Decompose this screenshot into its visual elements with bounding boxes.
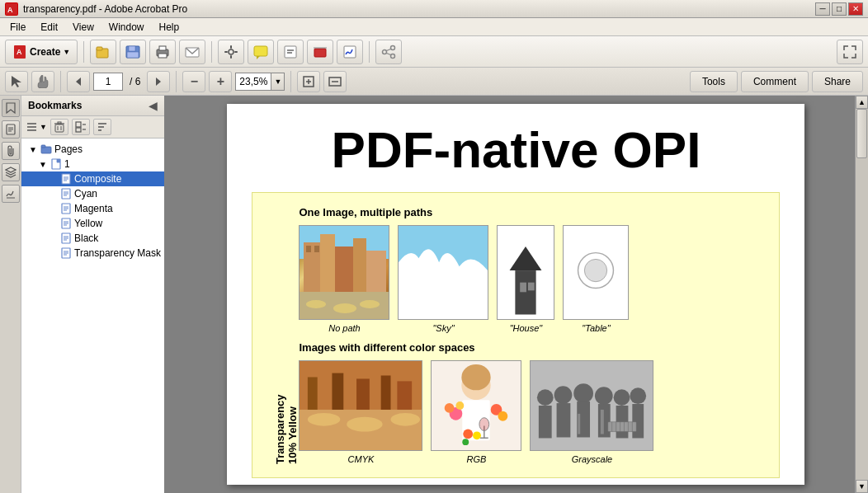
menu-icon bbox=[26, 121, 40, 133]
prev-icon bbox=[73, 77, 83, 87]
svg-rect-10 bbox=[159, 46, 166, 50]
expand-magenta[interactable] bbox=[48, 204, 58, 214]
svg-rect-18 bbox=[254, 46, 267, 56]
share-tool-button[interactable] bbox=[375, 40, 402, 64]
collapse-panel-button[interactable]: ◀ bbox=[149, 99, 158, 112]
cyan-label: Cyan bbox=[74, 188, 97, 200]
bookmarks-icon bbox=[5, 102, 17, 114]
expand-black[interactable] bbox=[48, 233, 58, 243]
yellow-icon bbox=[60, 218, 72, 229]
pdf-viewer[interactable]: PDF-native OPI Transparency 10% Yellow O… bbox=[164, 96, 868, 493]
delete-bookmark-button[interactable] bbox=[50, 119, 68, 135]
zoom-input[interactable] bbox=[235, 73, 271, 91]
maximize-view-button[interactable] bbox=[837, 40, 863, 64]
attachments-tab[interactable] bbox=[2, 142, 20, 160]
grayscale-image bbox=[530, 360, 653, 451]
tree-item-page1[interactable]: ▼ 1 bbox=[21, 157, 164, 171]
tree-item-pages[interactable]: ▼ Pages bbox=[21, 142, 164, 157]
svg-rect-64 bbox=[57, 159, 60, 162]
zoom-out-button[interactable]: − bbox=[182, 71, 205, 92]
email-button[interactable] bbox=[179, 40, 205, 64]
options-dropdown[interactable]: ▼ bbox=[26, 121, 47, 133]
comment-button[interactable]: Comment bbox=[741, 71, 809, 92]
create-button[interactable]: A Create ▼ bbox=[5, 40, 78, 64]
svg-point-100 bbox=[360, 300, 380, 308]
tools-button[interactable]: Tools bbox=[690, 71, 738, 92]
expand-cyan[interactable] bbox=[48, 189, 58, 199]
settings-button[interactable] bbox=[218, 40, 244, 64]
expand-transparency[interactable] bbox=[48, 248, 58, 258]
magenta-icon bbox=[60, 203, 72, 214]
scroll-thumb[interactable] bbox=[856, 109, 867, 158]
black-icon bbox=[60, 232, 72, 244]
toolbar-separator-1 bbox=[83, 41, 84, 63]
select-tool-button[interactable] bbox=[5, 71, 28, 92]
svg-rect-16 bbox=[224, 51, 228, 53]
scroll-up-button[interactable]: ▲ bbox=[856, 96, 868, 109]
menu-window[interactable]: Window bbox=[102, 20, 151, 35]
save-button[interactable] bbox=[120, 40, 146, 64]
svg-rect-96 bbox=[314, 246, 319, 252]
scroll-track bbox=[856, 109, 868, 480]
pages-tab[interactable] bbox=[2, 120, 20, 139]
svg-rect-143 bbox=[578, 414, 581, 434]
vertical-scrollbar[interactable]: ▲ ▼ bbox=[855, 96, 868, 493]
expand-page1[interactable]: ▼ bbox=[38, 159, 48, 169]
collapse-bookmarks-button[interactable] bbox=[93, 119, 111, 135]
menu-view[interactable]: View bbox=[66, 20, 101, 35]
tree-item-composite[interactable]: Composite bbox=[21, 171, 164, 186]
svg-rect-25 bbox=[344, 46, 356, 58]
redact-button[interactable] bbox=[307, 40, 333, 64]
rgb-col: RGB bbox=[431, 360, 521, 464]
markup-icon bbox=[283, 45, 298, 59]
table-col: "Table" bbox=[563, 225, 629, 333]
scroll-down-button[interactable]: ▼ bbox=[856, 480, 868, 493]
prev-page-button[interactable] bbox=[67, 71, 90, 92]
grayscale-col: Grayscale bbox=[530, 360, 653, 464]
expand-pages[interactable]: ▼ bbox=[28, 144, 38, 154]
svg-point-129 bbox=[463, 439, 469, 445]
minimize-button[interactable]: ─ bbox=[815, 2, 830, 16]
expand-yellow[interactable] bbox=[48, 218, 58, 228]
bookmarks-tab[interactable] bbox=[2, 99, 20, 117]
share-button[interactable]: Share bbox=[812, 71, 863, 92]
house-image bbox=[497, 225, 554, 320]
maximize-button[interactable]: □ bbox=[832, 2, 847, 16]
title-bar: A transparency.pdf - Adobe Acrobat Pro ─… bbox=[0, 0, 868, 18]
tree-item-magenta[interactable]: Magenta bbox=[21, 201, 164, 216]
svg-line-30 bbox=[387, 53, 391, 54]
layers-tab[interactable] bbox=[2, 163, 20, 181]
hand-tool-button[interactable] bbox=[31, 71, 54, 92]
composite-label: Composite bbox=[74, 173, 121, 185]
svg-rect-11 bbox=[158, 54, 167, 58]
tree-item-yellow[interactable]: Yellow bbox=[21, 216, 164, 231]
signatures-tab[interactable] bbox=[2, 185, 20, 203]
svg-rect-62 bbox=[41, 145, 45, 148]
markup-button[interactable] bbox=[277, 40, 304, 64]
expand-bookmarks-button[interactable] bbox=[72, 119, 90, 135]
tree-item-cyan[interactable]: Cyan bbox=[21, 186, 164, 201]
close-button[interactable]: ✕ bbox=[848, 2, 863, 16]
menu-edit[interactable]: Edit bbox=[34, 20, 64, 35]
svg-point-126 bbox=[479, 418, 489, 431]
pdf-document-title: PDF-native OPI bbox=[252, 120, 780, 179]
expand-composite[interactable] bbox=[48, 174, 58, 184]
zoom-dropdown[interactable]: ▼ bbox=[271, 73, 285, 91]
next-page-button[interactable] bbox=[147, 71, 170, 92]
tree-item-transparency-mask[interactable]: Transparency Mask bbox=[21, 246, 164, 261]
page-number-input[interactable] bbox=[93, 73, 123, 91]
print-button[interactable] bbox=[149, 40, 176, 64]
comment-tool-button[interactable] bbox=[248, 40, 274, 64]
app-icon: A bbox=[5, 2, 18, 16]
svg-marker-102 bbox=[510, 246, 542, 270]
zoom-in-button[interactable]: + bbox=[209, 71, 232, 92]
fit-page-button[interactable] bbox=[297, 71, 320, 92]
tree-item-black[interactable]: Black bbox=[21, 231, 164, 246]
menu-file[interactable]: File bbox=[3, 20, 32, 35]
main-area: Bookmarks ◀ ▼ bbox=[0, 96, 868, 493]
open-button[interactable] bbox=[90, 40, 116, 64]
sign-button[interactable] bbox=[337, 40, 363, 64]
svg-marker-19 bbox=[257, 56, 260, 59]
fit-width-button[interactable] bbox=[323, 71, 347, 92]
menu-help[interactable]: Help bbox=[153, 20, 186, 35]
